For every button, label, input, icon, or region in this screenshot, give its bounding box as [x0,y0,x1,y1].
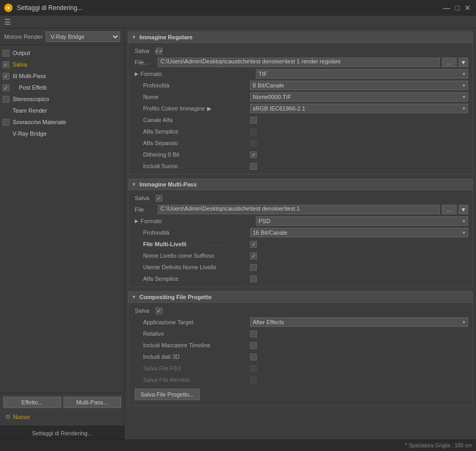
section-header-compositing[interactable]: ▼ Compositing File Progetto [128,291,473,303]
nome-livello-check[interactable]: ✓ [250,252,257,259]
check-output[interactable] [2,49,9,57]
formato-select-multipass[interactable]: PSD [256,216,468,226]
file-row-multipass: File C:\Users\Admin\Desktop\caustiche\te… [128,204,472,215]
section-body-regolare: Salva ✓ File... C:\Users\Admin\Desktop\c… [128,43,473,174]
section-body-compositing: Salva ✓ Applicazione Target . . . . Afte… [128,303,473,406]
file-browse-button-regolare[interactable]: ... [442,58,457,67]
sovrascrivi-label: Sovrascrivi Materiale [10,119,66,125]
file-arrow-button-multipass[interactable]: ▼ [459,205,468,214]
profilo-select-regolare[interactable]: sRGB IEC61966-2.1 [250,104,468,113]
main-window: ● Settaggi di Rendering... — □ ✕ ☰ Motor… [0,0,476,451]
bottom-status-label: Settaggi di Rendering... [0,426,124,439]
file-multilivelli-label: File Multi-Livelli . . . . . . . . [135,241,250,247]
sidebar-item-salva[interactable]: Salva [0,59,124,70]
includi-dati3d-label: Includi dati 3D . . . . . . . . . . [135,354,250,360]
multipass-button[interactable]: Multi-Pass... [63,397,122,408]
sidebar-item-output[interactable]: Output [0,47,124,59]
check-salva[interactable] [2,61,9,68]
salva-check-regolare[interactable]: ✓ [156,48,163,54]
formato-select-regolare[interactable]: TIF [256,69,468,79]
profondita-label-regolare: Profondità . . . . . . . . . . [135,82,250,89]
profondita-select-regolare[interactable]: 8 Bit/Canale [250,81,468,90]
dithering-label: Dithering 8 Bit . . . . . . . . [135,151,250,158]
file-path-regolare: C:\Users\Admin\Desktop\caustiche\test de… [158,58,440,67]
file-browse-button-multipass[interactable]: ... [442,205,457,214]
formato-arrow-regolare[interactable]: ▶ [135,71,138,76]
check-posteffetti[interactable] [2,84,9,91]
hamburger-icon[interactable]: ☰ [4,18,11,26]
formato-row-multipass: ▶ Formato . . . . . . . . . . . . PSD [128,215,472,227]
engine-select[interactable]: V-Ray Bridge [46,31,120,42]
effetto-button[interactable]: Effetto... [3,397,61,408]
utente-nome-row: Utente Definito Nome Livello [128,261,472,273]
profondita-dropdown-wrapper-regolare: 8 Bit/Canale [250,81,468,90]
check-multipass[interactable] [2,72,9,80]
nome-livello-row: Nome Livello come Suffisso ✓ [128,250,472,261]
alfa-semplice-row-regolare: Alfa Semplice . . . . . . . . . . [128,126,472,137]
alfa-semplice-check-multipass[interactable] [250,276,257,282]
status-bar: * Spaziatura Griglia : 100 cm [0,439,476,451]
checkbox-salva[interactable] [3,61,9,68]
check-sovrascrivi[interactable] [2,118,9,126]
section-header-multipass[interactable]: ▼ Immagine Multi-Pass [128,179,473,190]
alfa-separato-check[interactable] [250,140,257,147]
file-multilivelli-row: File Multi-Livelli . . . . . . . . ✓ [128,238,472,250]
formato-arrow-multipass[interactable]: ▶ [135,218,138,224]
section-title-regolare: Immagine Regolare [139,34,192,40]
checkbox-multipass[interactable] [3,73,9,80]
alfa-semplice-check-regolare[interactable] [250,128,257,135]
profilo-label-regolare: Profilo Colore Immagine ▶ [135,105,250,112]
applicazione-select[interactable]: After Effects [250,317,468,327]
salva-check-compositing[interactable]: ✓ [156,307,163,314]
check-stereo[interactable] [2,95,9,103]
section-title-multipass: Immagine Multi-Pass [139,181,197,188]
sidebar-item-posteffetti[interactable]: Post Effetti [0,82,124,93]
canale-alfa-row: Canale Alfa . . . . . . . . . . [128,114,472,126]
sidebar-item-multipass[interactable]: ⊟ Multi-Pass [0,70,124,82]
file-label-multipass: File [135,206,156,213]
file-multilivelli-check[interactable]: ✓ [250,241,257,248]
title-bar: ● Settaggi di Rendering... — □ ✕ [0,0,476,16]
file-arrow-button-regolare[interactable]: ▼ [459,58,468,67]
sidebar-item-sovrascrivi[interactable]: Sovrascrivi Materiale [0,116,124,128]
profilo-dropdown-wrapper-regolare: sRGB IEC61966-2.1 [250,104,468,113]
sidebar-item-stereo[interactable]: Stereoscopico [0,93,124,105]
checkbox-sovrascrivi[interactable] [3,119,9,126]
gear-icon: ⚙ [5,413,11,421]
salva-row-regolare: Salva ✓ [128,45,472,57]
maximize-button[interactable]: □ [453,4,461,12]
canale-alfa-check[interactable] [250,117,257,124]
close-button[interactable]: ✕ [463,4,472,12]
section-body-multipass: Salva ✓ File C:\Users\Admin\Desktop\caus… [128,190,473,287]
minimize-button[interactable]: — [442,4,451,12]
salva-fbx-check[interactable] [250,365,257,372]
app-icon: ● [4,4,13,12]
salva-fbx-row: Salva File FBX . . . . . . . . . . [128,362,472,374]
sidebar-item-teamrender[interactable]: Team Render [0,105,124,116]
includi-timeline-check[interactable] [250,342,257,349]
profondita-select-multipass[interactable]: 16 Bit/Canale [250,228,468,237]
salva-progetto-button[interactable]: Salva File Progetto... [135,389,200,400]
sidebar-item-vraybridge[interactable]: V-Ray Bridge [0,128,124,139]
includi-dati3d-check[interactable] [250,354,257,360]
file-path-multipass: C:\Users\Admin\Desktop\caustiche\test de… [158,205,440,214]
stereo-label: Stereoscopico [10,96,49,102]
checkbox-output[interactable] [3,50,9,57]
salva-row-multipass: Salva ✓ [128,192,472,204]
includi-timeline-label: Includi Marcatore Timeline [135,342,250,348]
nome-select-regolare[interactable]: Nome0000.TIF [250,92,468,102]
checkbox-stereo[interactable] [3,96,9,103]
dithering-check[interactable]: ✓ [250,151,257,158]
utente-nome-label: Utente Definito Nome Livello [135,264,250,270]
relativo-check[interactable] [250,331,257,337]
section-header-regolare[interactable]: ▼ Immagine Regolare [128,31,473,43]
checkbox-posteffetti[interactable] [3,84,9,91]
salva-alembic-check[interactable] [250,377,257,383]
utente-nome-check[interactable] [250,264,257,271]
salva-check-multipass[interactable]: ✓ [156,195,163,202]
title-bar-left: ● Settaggi di Rendering... [4,4,82,12]
profondita-label-multipass: Profondità . . . . . . . . . . [135,229,250,236]
includi-suono-check[interactable] [250,163,257,170]
content-area: Motore Render V-Ray Bridge Output [0,28,476,439]
section-immagine-regolare: ▼ Immagine Regolare Salva ✓ File... C:\U… [128,31,473,174]
